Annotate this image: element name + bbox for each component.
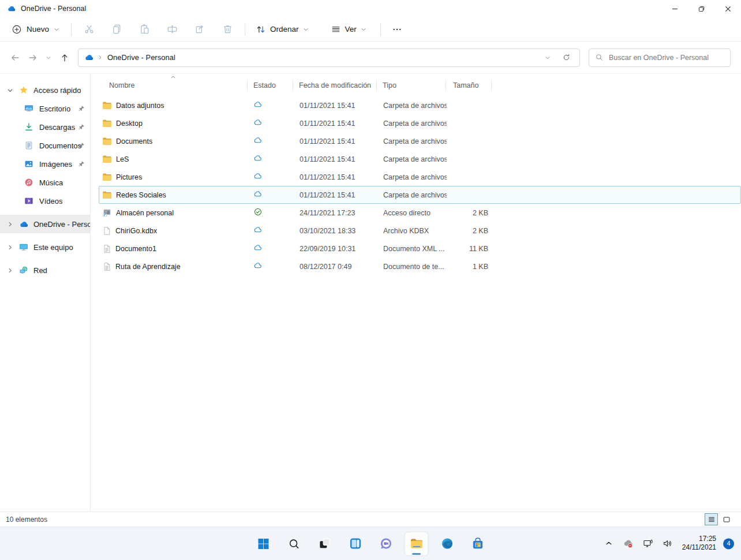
new-button[interactable]: Nuevo (3, 20, 68, 39)
search-box[interactable] (589, 48, 731, 67)
shortcut-icon (102, 208, 112, 218)
file-status-cell (248, 172, 294, 182)
minimize-button[interactable] (661, 0, 688, 17)
file-name-cell: Datos adjuntos (99, 100, 248, 110)
cut-icon (84, 24, 95, 35)
column-header-tipo[interactable]: Tipo (377, 80, 446, 91)
sidebar-item-label: Documentos (39, 141, 81, 150)
clock[interactable]: 17:25 24/11/2021 (682, 535, 716, 552)
file-status-cell (248, 208, 294, 218)
breadcrumb-item[interactable]: OneDrive - Personal (107, 53, 175, 62)
maximize-restore-button[interactable] (688, 0, 714, 17)
store-taskbar-button[interactable] (466, 532, 489, 555)
refresh-button[interactable] (559, 50, 574, 65)
file-row-redes-sociales[interactable]: Redes Sociales01/11/2021 15:41Carpeta de… (99, 186, 741, 204)
file-list: Datos adjuntos01/11/2021 15:41Carpeta de… (99, 96, 741, 275)
large-icons-view-button[interactable] (720, 513, 733, 525)
search-input[interactable] (609, 54, 724, 62)
sort-button-label: Ordenar (270, 25, 299, 33)
up-button[interactable] (55, 48, 73, 66)
file-row-chirigo-kdbx[interactable]: ChiriGo.kdbx03/10/2021 18:33Archivo KDBX… (99, 222, 741, 240)
view-button-label: Ver (345, 25, 357, 33)
sidebar-item-label: Este equipo (33, 243, 73, 252)
sidebar-item-im-genes[interactable]: Imágenes (0, 155, 90, 173)
volume-icon[interactable] (660, 536, 675, 551)
recent-locations-button[interactable] (42, 48, 55, 66)
file-name: Ruta de Aprendizaje (115, 263, 181, 271)
hidden-icons-chevron-icon[interactable] (601, 536, 616, 551)
details-view-button[interactable] (705, 513, 718, 525)
folder-icon (102, 172, 112, 182)
file-row-almac-n-personal[interactable]: Almacén personal24/11/2021 17:23Acceso d… (99, 204, 741, 222)
folder-icon (102, 100, 112, 110)
task-view-taskbar-button[interactable] (313, 532, 336, 555)
more-options-button[interactable] (384, 20, 410, 39)
documents-icon (23, 141, 35, 150)
search-taskbar-button[interactable] (283, 532, 306, 555)
file-type: Documento de te... (377, 263, 447, 271)
column-header-fecha-de-modificaci-n[interactable]: Fecha de modificación (293, 80, 377, 91)
column-header-estado[interactable]: Estado (248, 80, 293, 91)
widgets-taskbar-button[interactable] (344, 532, 367, 555)
file-explorer-taskbar-button[interactable] (405, 532, 428, 555)
sidebar-item-red[interactable]: Red (0, 261, 90, 279)
back-button[interactable] (6, 48, 24, 66)
share-button[interactable] (186, 20, 214, 39)
rename-icon (167, 24, 178, 35)
paste-button[interactable] (130, 20, 158, 39)
file-modified: 01/11/2021 15:41 (294, 191, 377, 199)
file-explorer-window: OneDrive - Personal Nuevo Ordenar (0, 0, 741, 527)
file-name-cell: Documents (99, 136, 248, 146)
chat-taskbar-button[interactable] (375, 532, 398, 555)
file-row-les[interactable]: LeS01/11/2021 15:41Carpeta de archivos (99, 150, 741, 168)
sidebar-item-escritorio[interactable]: Escritorio (0, 99, 90, 118)
file-blank-icon (102, 226, 111, 236)
file-pane: NombreEstadoFecha de modificaciónTipoTam… (91, 74, 741, 512)
sidebar-item-v-deos[interactable]: Vídeos (0, 192, 90, 210)
sidebar-item-onedrive-personal[interactable]: OneDrive - Personal (0, 215, 90, 233)
display-network-icon[interactable] (641, 536, 656, 551)
search-icon (288, 537, 301, 550)
delete-button[interactable] (214, 20, 241, 39)
sidebar-item-descargas[interactable]: Descargas (0, 118, 90, 136)
start-taskbar-button[interactable] (252, 532, 275, 555)
forward-button[interactable] (24, 48, 42, 66)
onedrive-sync-icon[interactable] (621, 536, 636, 551)
sort-button[interactable]: Ordenar (249, 20, 316, 39)
address-bar[interactable]: OneDrive - Personal (78, 48, 580, 67)
file-type: Carpeta de archivos (377, 155, 447, 163)
file-row-documento1[interactable]: Documento122/09/2019 10:31Documento XML … (99, 240, 741, 257)
sidebar-item-documentos[interactable]: Documentos (0, 136, 90, 155)
view-button[interactable]: Ver (324, 20, 373, 39)
start-icon (257, 537, 271, 551)
file-row-ruta-de-aprendizaje[interactable]: Ruta de Aprendizaje08/12/2017 0:49Docume… (99, 257, 741, 275)
command-toolbar: Nuevo Ordenar Ver (0, 17, 741, 42)
sidebar-item-m-sica[interactable]: Música (0, 173, 90, 192)
edge-taskbar-button[interactable] (436, 532, 459, 555)
column-header-tama-o[interactable]: Tamaño (446, 80, 492, 91)
file-lines-icon (102, 244, 111, 253)
file-row-desktop[interactable]: Desktop01/11/2021 15:41Carpeta de archiv… (99, 114, 741, 132)
address-dropdown-button[interactable] (540, 50, 555, 65)
sidebar-gap (0, 256, 90, 261)
chevron-down-icon (361, 27, 366, 32)
search-icon (595, 53, 604, 62)
cloud-status-icon (254, 172, 262, 180)
file-name: Desktop (116, 120, 143, 128)
cloud-status-icon (254, 262, 262, 270)
chevron-down-icon (303, 27, 309, 32)
sidebar-item-este-equipo[interactable]: Este equipo (0, 238, 90, 256)
file-row-documents[interactable]: Documents01/11/2021 15:41Carpeta de arch… (99, 132, 741, 150)
file-name-cell: Redes Sociales (99, 190, 248, 200)
rename-button[interactable] (158, 20, 186, 39)
file-size: 11 KB (447, 245, 492, 253)
file-row-datos-adjuntos[interactable]: Datos adjuntos01/11/2021 15:41Carpeta de… (99, 96, 741, 114)
close-button[interactable] (714, 0, 741, 17)
sidebar-item-acceso-r-pido[interactable]: Acceso rápido (0, 81, 90, 99)
copy-button[interactable] (103, 20, 130, 39)
cut-button[interactable] (75, 20, 103, 39)
file-row-pictures[interactable]: Pictures01/11/2021 15:41Carpeta de archi… (99, 168, 741, 186)
notification-badge[interactable]: 4 (723, 538, 734, 549)
file-status-cell (248, 244, 294, 253)
column-header-nombre[interactable]: Nombre (99, 80, 248, 91)
